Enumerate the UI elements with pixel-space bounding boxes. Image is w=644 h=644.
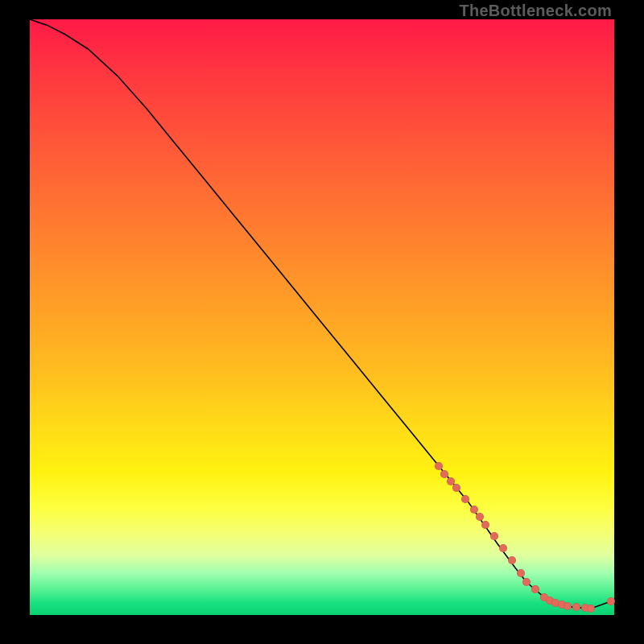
watermark-text: TheBottleneck.com xyxy=(459,2,612,20)
data-point xyxy=(476,513,484,521)
data-point xyxy=(587,605,595,613)
data-point xyxy=(490,532,498,540)
data-point xyxy=(481,521,489,529)
chart-container: TheBottleneck.com xyxy=(0,0,644,644)
data-point xyxy=(470,506,478,514)
data-point xyxy=(517,569,525,577)
curve-path xyxy=(30,19,614,609)
data-point xyxy=(508,556,516,564)
data-point xyxy=(461,495,469,503)
line-curve xyxy=(30,19,614,615)
data-point xyxy=(564,602,572,610)
